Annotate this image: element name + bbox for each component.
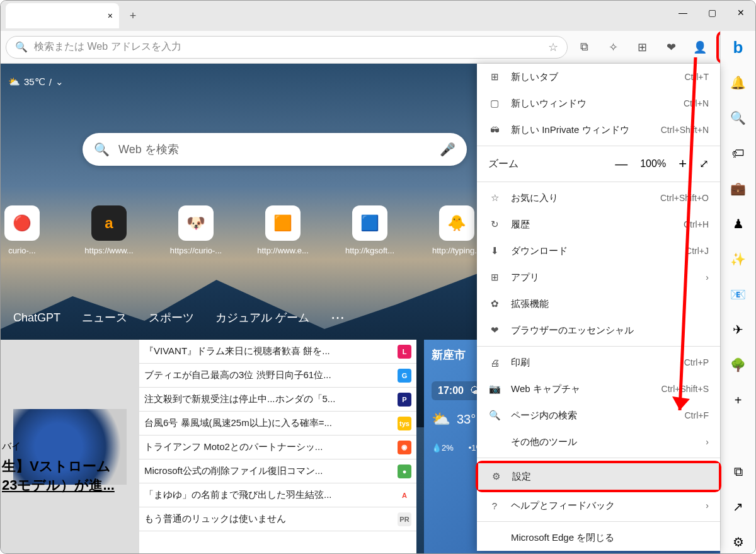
menu-item-icon: ☆: [488, 192, 501, 204]
menu-item[interactable]: ⊞新しいタブCtrl+T: [477, 64, 720, 90]
menu-item-icon: ⬇: [488, 245, 501, 257]
quick-link-tile[interactable]: 🟦http://kgsoft...: [350, 205, 390, 255]
feed-caption: バイ: [2, 441, 21, 453]
chevron-down-icon: ⌄: [55, 76, 64, 88]
headline-row[interactable]: 注文殺到で新規受注は停止中...ホンダの「5...P: [139, 388, 416, 412]
menu-item[interactable]: 🕶新しい InPrivate ウィンドウCtrl+Shift+N: [477, 117, 720, 143]
edge-sidebar: b 🔔 🔍 🏷 💼 ♟ ✨ 📧 ✈ 🌳 + ⧉ ↗ ⚙: [720, 31, 755, 553]
headline-row[interactable]: 『VIVANT』ドラム来日に視聴者歓喜 餅を...L: [139, 340, 416, 364]
menu-item[interactable]: ✿拡張機能: [477, 291, 720, 317]
headline-row[interactable]: 台風6号 暴風域(風速25m以上)に入る確率=...tys: [139, 412, 416, 436]
quick-link-tile[interactable]: 🐶https://curio-...: [176, 205, 216, 255]
maximize-button[interactable]: ▢: [697, 1, 726, 25]
search-icon: 🔍: [94, 142, 110, 157]
menu-item-icon: ▢: [488, 98, 501, 109]
bing-icon[interactable]: b: [727, 36, 750, 59]
address-bar[interactable]: 🔍 検索または Web アドレスを入力 ☆: [6, 36, 568, 59]
menu-item[interactable]: ❤ブラウザーのエッセンシャル: [477, 317, 720, 343]
settings-menu: ⊞新しいタブCtrl+T▢新しいウィンドウCtrl+N🕶新しい InPrivat…: [477, 64, 720, 551]
zoom-row: ズーム — 100% + ⤢: [477, 149, 720, 179]
favorite-star-icon[interactable]: ☆: [548, 40, 558, 54]
headline-list: 『VIVANT』ドラム来日に視聴者歓喜 餅を...Lブティエが自己最高の3位 渋…: [139, 340, 416, 553]
menu-item-icon: ⊞: [488, 71, 501, 83]
quick-link-tile[interactable]: 🟧http://www.e...: [263, 205, 303, 255]
web-search-bar[interactable]: 🔍 Web を検索 🎤: [83, 133, 467, 166]
titlebar: × + — ▢ ✕: [1, 1, 755, 31]
quick-link-tile[interactable]: ahttps://www...: [89, 205, 129, 255]
external-icon[interactable]: ↗: [727, 495, 750, 518]
minimize-button[interactable]: —: [668, 1, 697, 25]
search-sidebar-icon[interactable]: 🔍: [727, 107, 750, 129]
weather-icon: ⛅: [8, 76, 20, 88]
headline-row[interactable]: 「まゆゆ」の名前まで飛び出した羽生結弦...A: [139, 483, 416, 507]
headline-row[interactable]: ブティエが自己最高の3位 渋野日向子61位...G: [139, 364, 416, 388]
new-tab-button[interactable]: +: [123, 6, 143, 26]
nav-item[interactable]: ChatGPT: [13, 311, 60, 325]
tag-icon[interactable]: 🏷: [727, 142, 750, 164]
close-window-button[interactable]: ✕: [726, 1, 755, 25]
menu-item[interactable]: ▢新しいウィンドウCtrl+N: [477, 90, 720, 117]
nav-item[interactable]: ニュース: [82, 310, 127, 325]
wellness-icon[interactable]: ❤: [658, 35, 684, 60]
outlook-icon[interactable]: 📧: [727, 283, 750, 306]
menu-item[interactable]: ☆お気に入りCtrl+Shift+O: [477, 185, 720, 211]
feed-main-title[interactable]: 生】Vストローム 23モデル）が進...: [2, 457, 115, 495]
search-placeholder: Web を検索: [118, 142, 440, 157]
menu-item-icon: 🕶: [488, 125, 501, 136]
headline-row[interactable]: Microsoft公式の削除ファイル復旧コマン...●: [139, 459, 416, 483]
weather-temp: 35℃: [24, 76, 45, 88]
quick-links: 🔴curio-...ahttps://www...🐶https://curio-…: [1, 205, 477, 255]
zoom-in-button[interactable]: +: [679, 156, 687, 172]
profile-icon[interactable]: 👤: [687, 35, 713, 60]
nav-item[interactable]: カジュアル ゲーム: [215, 310, 309, 325]
search-icon: 🔍: [15, 41, 28, 53]
bell-icon[interactable]: 🔔: [727, 71, 750, 94]
split-screen-icon[interactable]: ⧉: [571, 35, 597, 60]
microphone-icon[interactable]: 🎤: [440, 142, 455, 157]
close-tab-icon[interactable]: ×: [108, 11, 113, 21]
headline-row[interactable]: もう普通のリュックは使いませんPR: [139, 507, 416, 531]
nav-more-icon[interactable]: ⋯: [331, 309, 345, 326]
fullscreen-icon[interactable]: ⤢: [699, 157, 709, 171]
menu-item-icon: 📷: [488, 383, 501, 395]
menu-item[interactable]: ⬇ダウンロードCtrl+J: [477, 238, 720, 264]
headline-row[interactable]: トライアンフ Moto2とのパートナーシッ...◉: [139, 436, 416, 459]
menu-item[interactable]: その他のツール›: [477, 429, 720, 455]
menu-item[interactable]: 📷Web キャプチャCtrl+Shift+S: [477, 376, 720, 402]
chess-icon[interactable]: ♟: [727, 212, 750, 235]
quick-link-tile[interactable]: 🔴curio-...: [2, 205, 42, 255]
weather-chip[interactable]: ⛅ 35℃ / ⌄: [8, 76, 64, 88]
briefcase-icon[interactable]: 💼: [727, 177, 750, 200]
menu-item-icon: ✿: [488, 298, 501, 309]
news-feed: 『VIVANT』ドラム来日に視聴者歓喜 餅を...Lブティエが自己最高の3位 渋…: [1, 340, 416, 553]
favorites-icon[interactable]: ✧: [600, 35, 626, 60]
browser-toolbar: 🔍 検索または Web アドレスを入力 ☆ ⧉ ✧ ⊞ ❤ 👤 ⋯: [1, 31, 755, 64]
feed-main-image[interactable]: [1, 340, 139, 553]
nav-item[interactable]: スポーツ: [149, 310, 194, 325]
menu-item-icon: 🔍: [488, 410, 501, 421]
collections-icon[interactable]: ⊞: [629, 35, 655, 60]
menu-item[interactable]: ⊞アプリ›: [477, 264, 720, 291]
add-sidebar-icon[interactable]: +: [727, 389, 750, 412]
browser-tab[interactable]: ×: [6, 3, 119, 28]
menu-item[interactable]: 🖨印刷Ctrl+P: [477, 349, 720, 376]
panel-icon[interactable]: ⧉: [727, 460, 750, 483]
menu-item-icon: 🖨: [488, 357, 501, 368]
menu-item[interactable]: ?ヘルプとフィードバック›: [477, 492, 720, 519]
menu-item-icon: ↻: [488, 219, 501, 230]
zoom-value: 100%: [640, 158, 666, 170]
address-placeholder: 検索または Web アドレスを入力: [34, 40, 542, 54]
menu-item[interactable]: ↻履歴Ctrl+H: [477, 211, 720, 238]
telegram-icon[interactable]: ✈: [727, 318, 750, 341]
settings-sidebar-icon[interactable]: ⚙: [727, 531, 750, 553]
quick-link-tile[interactable]: 🐥http://typing...: [437, 205, 477, 255]
zoom-out-button[interactable]: —: [615, 157, 627, 171]
menu-item[interactable]: 🔍ページ内の検索Ctrl+F: [477, 402, 720, 429]
menu-item[interactable]: Microsoft Edge を閉じる: [477, 524, 720, 551]
tree-icon[interactable]: 🌳: [727, 354, 750, 376]
copilot-icon[interactable]: ✨: [727, 248, 750, 270]
menu-item-icon: ⊞: [488, 272, 501, 283]
menu-item-settings[interactable]: ⚙設定: [478, 463, 719, 490]
menu-item-icon: ❤: [488, 325, 501, 336]
